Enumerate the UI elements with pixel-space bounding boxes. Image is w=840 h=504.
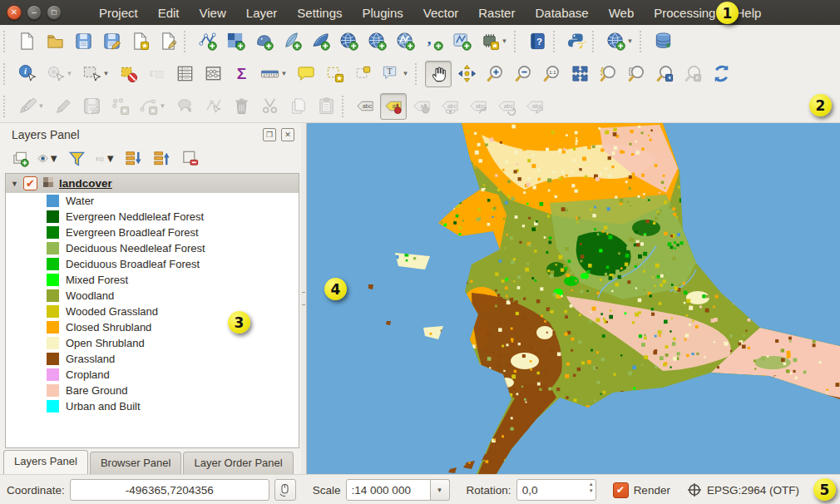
add-wms-layer-button[interactable] xyxy=(335,28,362,55)
scale-dropdown-icon[interactable]: ▼ xyxy=(431,479,450,501)
map-canvas[interactable] xyxy=(306,123,840,474)
statistical-summary-button[interactable] xyxy=(200,61,226,87)
crs-status-icon[interactable] xyxy=(687,482,702,497)
legend-class-row[interactable]: Mixed Forest xyxy=(6,272,299,288)
add-wfs-layer-button[interactable] xyxy=(392,28,418,55)
window-close-button[interactable]: ✕ xyxy=(7,5,22,20)
pan-to-selection-button[interactable] xyxy=(453,61,480,87)
new-print-composer-button[interactable] xyxy=(126,28,153,55)
db-manager-button[interactable]: e xyxy=(650,28,676,55)
legend-class-row[interactable]: Wooded Grassland xyxy=(6,304,299,319)
legend-class-row[interactable]: Woodland xyxy=(6,288,299,304)
legend-class-row[interactable]: Water xyxy=(6,193,299,209)
layer-checkbox[interactable]: ✔ xyxy=(23,176,37,190)
dropdown-arrow-icon[interactable]: ▼ xyxy=(67,70,73,77)
identify-features-button[interactable]: i xyxy=(13,61,40,87)
tab-browser-panel[interactable]: Browser Panel xyxy=(90,452,182,474)
menu-layer[interactable]: Layer xyxy=(237,2,287,24)
pan-map-button[interactable] xyxy=(425,61,452,87)
add-mssql-layer-button[interactable] xyxy=(307,28,334,55)
add-group-button[interactable] xyxy=(8,148,32,170)
open-attribute-table-button[interactable] xyxy=(171,61,198,87)
scale-input[interactable]: :14 000 000 xyxy=(346,479,431,501)
legend-class-row[interactable]: Urban and Built xyxy=(6,398,299,414)
pin-labels-button[interactable]: ab xyxy=(380,93,407,120)
menu-edit[interactable]: Edit xyxy=(149,2,189,24)
map-tips-button[interactable] xyxy=(293,61,319,87)
help-contents-button[interactable]: ? xyxy=(524,28,551,55)
add-vector-layer-button[interactable] xyxy=(194,28,220,55)
add-delimited-text-layer-button[interactable]: , xyxy=(420,28,447,55)
menu-settings[interactable]: Settings xyxy=(288,2,351,24)
menu-view[interactable]: View xyxy=(190,2,235,24)
new-bookmark-button[interactable] xyxy=(321,61,348,87)
text-annotation-button[interactable]: T▼ xyxy=(378,61,413,87)
layer-row-landcover[interactable]: ▼ ✔ landcover xyxy=(6,174,299,193)
rotation-input[interactable]: 0,0 ▲▼ xyxy=(516,479,596,501)
add-wcs-layer-button[interactable] xyxy=(363,28,390,55)
legend-class-row[interactable]: Open Shrubland xyxy=(6,335,299,351)
tab-layers-panel[interactable]: Layers Panel xyxy=(3,450,88,474)
filter-legend-button[interactable] xyxy=(65,148,88,170)
menu-raster[interactable]: Raster xyxy=(469,2,524,24)
add-spatialite-layer-button[interactable] xyxy=(279,28,305,55)
panel-close-icon[interactable]: ✕ xyxy=(281,128,294,141)
zoom-out-button[interactable] xyxy=(510,61,536,87)
window-maximize-button[interactable]: □ xyxy=(47,5,62,20)
layer-name[interactable]: landcover xyxy=(59,177,112,190)
measure-button[interactable]: ▼ xyxy=(256,61,291,87)
mouse-position-toggle-icon[interactable] xyxy=(274,479,296,501)
menu-web[interactable]: Web xyxy=(600,2,644,24)
save-project-as-button[interactable] xyxy=(98,28,125,55)
dropdown-arrow-icon[interactable]: ▼ xyxy=(103,70,110,77)
menu-processing[interactable]: Processing xyxy=(645,2,724,24)
add-raster-layer-button[interactable] xyxy=(222,28,249,55)
new-layer-button[interactable]: ▼ xyxy=(477,28,511,55)
add-postgis-layer-button[interactable] xyxy=(250,28,277,55)
window-minimize-button[interactable]: – xyxy=(27,5,42,20)
tab-layer-order-panel[interactable]: Layer Order Panel xyxy=(183,452,293,474)
zoom-full-button[interactable] xyxy=(566,61,593,87)
dropdown-arrow-icon[interactable]: ▼ xyxy=(281,70,288,77)
legend-class-row[interactable]: Grassland xyxy=(6,351,299,367)
coordinate-input[interactable]: -496365,7204356 xyxy=(70,479,269,501)
manage-layer-visibility-button[interactable]: ▼ xyxy=(37,148,60,170)
legend-class-row[interactable]: Evergreen Neddleleaf Forest xyxy=(6,209,299,225)
dropdown-arrow-icon[interactable]: ▼ xyxy=(502,37,508,45)
show-bookmarks-button[interactable] xyxy=(349,61,376,87)
deselect-features-button[interactable] xyxy=(115,61,141,87)
composer-manager-button[interactable] xyxy=(155,28,181,55)
filter-legend-by-expression-button[interactable]: ε▼ xyxy=(93,148,116,170)
dropdown-arrow-icon[interactable]: ▼ xyxy=(38,102,45,110)
layer-labeling-options-button[interactable]: abc xyxy=(352,93,378,120)
expand-all-button[interactable] xyxy=(121,148,145,170)
dropdown-arrow-icon[interactable]: ▼ xyxy=(403,70,409,77)
legend-class-row[interactable]: Bare Ground xyxy=(6,383,299,398)
dropdown-arrow-icon[interactable]: ▼ xyxy=(627,37,634,45)
save-project-button[interactable] xyxy=(70,28,96,55)
dropdown-arrow-icon[interactable]: ▼ xyxy=(160,102,166,110)
legend-class-row[interactable]: Deciduous Broadleaf Forest xyxy=(6,256,299,272)
metasearch-button[interactable]: ▼ xyxy=(602,28,637,55)
menu-database[interactable]: Database xyxy=(526,2,597,24)
new-shapefile-layer-button[interactable] xyxy=(448,28,475,55)
new-project-button[interactable] xyxy=(13,28,40,55)
expander-icon[interactable]: ▼ xyxy=(11,180,19,188)
remove-layer-button[interactable] xyxy=(178,148,201,170)
legend-class-row[interactable]: Closed Shrubland xyxy=(6,319,299,335)
zoom-to-layer-button[interactable] xyxy=(623,61,650,87)
menu-vector[interactable]: Vector xyxy=(414,2,468,24)
python-console-button[interactable] xyxy=(563,28,590,55)
legend-class-row[interactable]: Evergreen Broadleaf Forest xyxy=(6,225,299,240)
zoom-to-selection-button[interactable] xyxy=(595,61,621,87)
menu-project[interactable]: Project xyxy=(90,2,147,24)
legend-class-row[interactable]: Deciduous Needleleaf Forest xyxy=(6,240,299,256)
panel-float-icon[interactable]: ❐ xyxy=(263,128,276,141)
collapse-all-button[interactable] xyxy=(150,148,173,170)
zoom-native-button[interactable]: 1:1 xyxy=(538,61,565,87)
menu-plugins[interactable]: Plugins xyxy=(353,2,413,24)
rotation-spinner[interactable]: ▲▼ xyxy=(589,481,594,495)
render-checkbox[interactable]: ✔ xyxy=(613,482,629,498)
field-calculator-sum-button[interactable]: Σ xyxy=(228,61,254,87)
legend-class-row[interactable]: Cropland xyxy=(6,367,299,383)
